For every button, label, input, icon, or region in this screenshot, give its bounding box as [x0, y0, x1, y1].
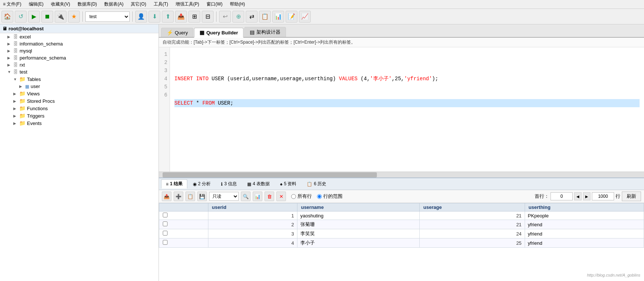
tab-query[interactable]: ⚡ Query: [161, 28, 193, 37]
result-sort-btn[interactable]: 📊: [253, 192, 262, 201]
result-filter-btn[interactable]: 🔍: [241, 192, 251, 201]
horizontal-scrollbar[interactable]: [159, 172, 644, 177]
sidebar-root[interactable]: 🖥 root@localhost: [0, 24, 159, 33]
result-export-btn[interactable]: 📤: [162, 192, 171, 201]
result-add-btn[interactable]: ➕: [174, 192, 183, 201]
result-tab-6-label: 6 历史: [314, 181, 326, 187]
toolbar-report-btn[interactable]: 📈: [299, 11, 311, 23]
result-save-btn[interactable]: 💾: [197, 192, 207, 201]
result-tab-6-icon: 📋: [307, 182, 312, 187]
result-tab-6[interactable]: 📋 6 历史: [302, 179, 331, 189]
radio-range-input[interactable]: [317, 194, 322, 199]
result-tab-4[interactable]: ▦ 4 表数据: [242, 179, 275, 189]
toolbar-schema-btn[interactable]: 📋: [259, 11, 271, 23]
menu-database[interactable]: 数据库(D): [76, 0, 99, 8]
toolbar-play-btn[interactable]: ▶: [28, 11, 40, 23]
menu-enhanced[interactable]: 增强工具(P): [174, 0, 201, 8]
radio-all-input[interactable]: [291, 194, 296, 199]
menu-other[interactable]: 其它(O): [129, 0, 147, 8]
toolbar-query-btn[interactable]: 📝: [286, 11, 297, 23]
toolbar-stop-btn[interactable]: ⏹: [41, 11, 53, 23]
radio-all-rows[interactable]: 所有行: [291, 193, 312, 200]
tab-query-builder[interactable]: ▦ Query Builder: [194, 28, 243, 38]
row-1-checkbox[interactable]: [162, 213, 168, 217]
toolbar-grid-btn[interactable]: ⊞: [188, 11, 200, 23]
views-label: Views: [27, 91, 40, 97]
result-tab-5[interactable]: ♠ 5 资料: [275, 179, 301, 189]
expand-performance-icon: ▶: [7, 56, 12, 60]
sidebar-item-mysql[interactable]: ▶ 🗄 mysql: [0, 47, 159, 54]
toolbar-refresh-btn[interactable]: ↺: [15, 11, 27, 23]
toolbar-back-btn[interactable]: ↩: [219, 11, 231, 23]
row-4-checkbox[interactable]: [162, 240, 168, 245]
sidebar-item-information-schema[interactable]: ▶ 🗄 information_schema: [0, 40, 159, 47]
db-mysql-label: mysql: [20, 48, 32, 54]
code-editor[interactable]: 1 2 3 4 5 6 INSERT INTO USER (userid,use…: [159, 47, 644, 172]
tab-designer[interactable]: ▤ 架构设计器: [244, 27, 286, 37]
radio-range-rows[interactable]: 行的范围: [317, 193, 343, 200]
db-excel-label: excel: [20, 34, 31, 40]
menu-window[interactable]: 窗口(W): [205, 0, 224, 8]
sidebar-item-functions[interactable]: ▶ 📁 Functions: [0, 105, 159, 112]
sidebar-item-user-table[interactable]: ▶ ▦ user: [0, 83, 159, 90]
menu-file[interactable]: ≡ 文件(F): [1, 0, 23, 8]
database-select[interactable]: test: [85, 11, 130, 22]
result-copy-btn[interactable]: 📋: [185, 192, 195, 201]
sidebar-item-tables[interactable]: ▼ 📁 Tables: [0, 75, 159, 83]
th-userage: userage: [419, 203, 525, 211]
db-test-label: test: [20, 69, 27, 75]
sidebar-item-performance[interactable]: ▶ 🗄 performance_schema: [0, 54, 159, 61]
menu-help[interactable]: 帮助(H): [228, 0, 246, 8]
toolbar-table-btn[interactable]: 📊: [272, 11, 284, 23]
scrollbar-thumb[interactable]: [163, 172, 377, 177]
toolbar-connect-btn[interactable]: 🔌: [55, 11, 67, 23]
toolbar-home-btn[interactable]: 🏠: [1, 11, 13, 23]
result-delete-btn[interactable]: 🗑: [265, 192, 274, 201]
row-3-userthing: yfriend: [525, 229, 644, 238]
toolbar-grid2-btn[interactable]: ⊟: [202, 11, 214, 23]
toolbar-db-export-btn[interactable]: 📤: [175, 11, 187, 23]
menu-table[interactable]: 数据表(A): [103, 0, 125, 8]
toolbar-user-btn[interactable]: 👤: [135, 11, 147, 23]
sidebar-item-test[interactable]: ▼ 🗄 test: [0, 68, 159, 75]
result-tab-1[interactable]: ≡ 1 结果: [161, 179, 187, 189]
folder-tables-icon: 📁: [19, 76, 25, 82]
expand-stored-icon: ▶: [13, 99, 18, 103]
result-cancel-btn[interactable]: ✕: [276, 192, 286, 201]
row-1-userage: 21: [419, 211, 525, 220]
results-mode-select[interactable]: 只读: [209, 192, 239, 201]
page-size-input[interactable]: [592, 192, 614, 200]
row-3-checkbox[interactable]: [162, 231, 168, 236]
toolbar-db-download-btn[interactable]: ⬆: [162, 11, 174, 23]
hint-bar: 自动完成功能：[Tab]->下一标签；[Ctrl+Space]->列出匹配的标签…: [159, 38, 644, 47]
prev-page-btn[interactable]: ◀: [574, 192, 582, 200]
toolbar-forward-btn[interactable]: ⊕: [232, 11, 244, 23]
row-2-checkbox[interactable]: [162, 221, 168, 226]
expand-triggers-icon: ▶: [13, 114, 18, 118]
sidebar-item-rxt[interactable]: ▶ 🗄 rxt: [0, 61, 159, 68]
result-tab-3[interactable]: ℹ 3 信息: [216, 179, 242, 189]
sidebar-item-stored-procs[interactable]: ▶ 📁 Stored Procs: [0, 97, 159, 105]
expand-events-icon: ▶: [13, 121, 18, 125]
toolbar-star-btn[interactable]: ★: [68, 11, 80, 23]
th-checkbox: [159, 203, 208, 211]
sidebar-item-events[interactable]: ▶ 📁 Events: [0, 119, 159, 127]
sidebar-item-excel[interactable]: ▶ 🗄 excel: [0, 33, 159, 40]
menu-favorites[interactable]: 收藏夹(V): [50, 0, 72, 8]
sidebar-item-views[interactable]: ▶ 📁 Views: [0, 90, 159, 97]
menu-edit[interactable]: 编辑(E): [27, 0, 45, 8]
functions-label: Functions: [27, 106, 48, 111]
line-numbers: 1 2 3 4 5 6: [159, 47, 170, 172]
first-row-input[interactable]: [551, 192, 573, 200]
menu-tools[interactable]: 工具(T): [152, 0, 170, 8]
row-2-userage: 21: [419, 220, 525, 229]
refresh-btn[interactable]: 刷新: [622, 192, 641, 201]
result-tab-2[interactable]: ◉ 2 分析: [188, 179, 215, 189]
toolbar-sync-btn[interactable]: ⇄: [246, 11, 258, 23]
sidebar-item-triggers[interactable]: ▶ 📁 Triggers: [0, 112, 159, 119]
row-2-username: 张菊珊: [297, 220, 419, 229]
toolbar-db-connect-btn[interactable]: ⬇: [149, 11, 160, 23]
code-content[interactable]: INSERT INTO USER (userid,username,userag…: [170, 47, 644, 172]
next-page-btn[interactable]: ▶: [583, 192, 590, 200]
row-4-userid: 4: [208, 238, 297, 248]
